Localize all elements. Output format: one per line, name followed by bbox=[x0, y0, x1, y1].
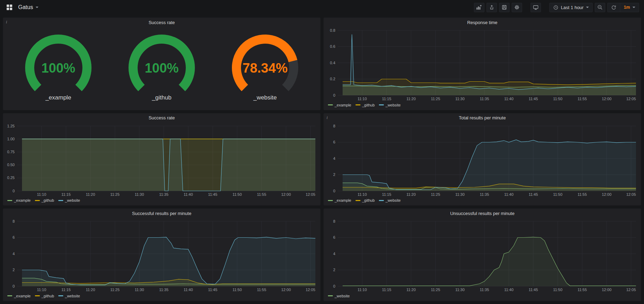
svg-text:11:40: 11:40 bbox=[504, 192, 514, 197]
legend-item-_website[interactable]: _website bbox=[58, 294, 80, 298]
panel-header-response-time[interactable]: Response time bbox=[324, 18, 641, 27]
share-button[interactable] bbox=[486, 3, 497, 12]
svg-text:11:45: 11:45 bbox=[208, 288, 218, 292]
panel-header-successful-results[interactable]: Successful results per minute bbox=[3, 209, 320, 218]
gauge-value-text: 100% bbox=[145, 61, 178, 75]
svg-text:11:10: 11:10 bbox=[358, 288, 367, 292]
legend-color-icon bbox=[7, 295, 12, 296]
legend-item-_github[interactable]: _github bbox=[356, 198, 375, 202]
svg-text:0: 0 bbox=[333, 93, 335, 97]
panel-header-success-rate-ts[interactable]: Success rate bbox=[3, 113, 320, 123]
share-icon bbox=[489, 5, 495, 10]
add-panel-button[interactable] bbox=[474, 3, 484, 12]
legend-item-_website[interactable]: _website bbox=[328, 294, 350, 298]
panel-title: Successful results per minute bbox=[132, 211, 191, 216]
refresh-group: 1m bbox=[607, 3, 639, 12]
panel-success-rate-timeseries: Success rate 00.250.500.751.001.2511:101… bbox=[3, 113, 321, 206]
panel-title: Success rate bbox=[148, 20, 175, 25]
legend-item-_github[interactable]: _github bbox=[35, 198, 54, 202]
svg-text:11:25: 11:25 bbox=[110, 288, 120, 292]
legend-color-icon bbox=[356, 104, 360, 105]
time-range-picker[interactable]: Last 1 hour bbox=[549, 3, 593, 12]
svg-text:0.2: 0.2 bbox=[330, 77, 335, 81]
svg-text:11:55: 11:55 bbox=[578, 192, 587, 197]
svg-text:11:25: 11:25 bbox=[431, 192, 440, 197]
refresh-interval-dropdown[interactable]: 1m bbox=[620, 3, 639, 12]
panel-header-unsuccessful-results[interactable]: Unsuccessful results per minute bbox=[324, 209, 641, 218]
tv-mode-button[interactable] bbox=[530, 3, 541, 12]
svg-text:0: 0 bbox=[333, 188, 335, 193]
svg-text:8: 8 bbox=[13, 219, 15, 223]
legend-item-_website[interactable]: _website bbox=[379, 198, 401, 202]
legend-item-_website[interactable]: _website bbox=[379, 103, 401, 107]
legend-series-name: _example bbox=[335, 198, 351, 202]
refresh-button[interactable] bbox=[607, 3, 620, 12]
apps-grid-icon[interactable] bbox=[5, 3, 14, 12]
svg-text:11:45: 11:45 bbox=[529, 288, 538, 292]
save-button[interactable] bbox=[499, 3, 510, 12]
legend-series-name: _example bbox=[14, 294, 31, 298]
gauge-value-text: 100% bbox=[41, 61, 75, 75]
svg-text:11:35: 11:35 bbox=[159, 288, 169, 292]
successful-results-chart[interactable]: 0246811:1011:1511:2011:2511:3011:3511:40… bbox=[3, 218, 320, 293]
gauge-_website: 78.34%_website bbox=[218, 34, 312, 101]
legend-item-_website[interactable]: _website bbox=[58, 198, 80, 202]
svg-text:11:40: 11:40 bbox=[504, 288, 514, 292]
add-panel-icon bbox=[476, 5, 482, 10]
chevron-down-icon bbox=[632, 7, 635, 8]
svg-text:11:15: 11:15 bbox=[61, 288, 71, 292]
success-rate-gauges[interactable]: 100%_example100%_github78.34%_website bbox=[3, 27, 320, 110]
legend-item-_example[interactable]: _example bbox=[328, 198, 351, 202]
svg-text:0.8: 0.8 bbox=[330, 28, 335, 32]
svg-text:12:00: 12:00 bbox=[602, 288, 612, 292]
gauge-label: _github bbox=[152, 94, 171, 101]
time-range-label: Last 1 hour bbox=[561, 5, 584, 10]
refresh-icon bbox=[611, 5, 616, 10]
success-rate-chart[interactable]: 00.250.500.751.001.2511:1011:1511:2011:2… bbox=[3, 123, 320, 198]
legend-item-_example[interactable]: _example bbox=[7, 294, 31, 298]
panel-header-success-rate[interactable]: Success rate bbox=[3, 18, 320, 27]
unsuccessful-results-chart[interactable]: 0246811:1011:1511:2011:2511:3011:3511:40… bbox=[324, 218, 641, 293]
panel-header-total-results[interactable]: Total results per minute bbox=[324, 113, 641, 123]
panel-success-rate-gauges: i Success rate 100%_example100%_github78… bbox=[3, 17, 321, 110]
total-results-chart[interactable]: 0246811:1011:1511:2011:2511:3011:3511:40… bbox=[324, 123, 641, 198]
svg-text:11:30: 11:30 bbox=[455, 288, 465, 292]
svg-text:11:55: 11:55 bbox=[257, 288, 266, 292]
svg-text:11:10: 11:10 bbox=[37, 192, 46, 197]
svg-text:11:30: 11:30 bbox=[135, 288, 144, 292]
settings-button[interactable] bbox=[512, 3, 522, 12]
svg-text:0: 0 bbox=[333, 284, 335, 288]
chart-svg: 0246811:1011:1511:2011:2511:3011:3511:40… bbox=[3, 218, 320, 293]
dashboard-title-dropdown[interactable]: Gatus bbox=[18, 4, 38, 10]
panel-total-results: i Total results per minute 0246811:1011:… bbox=[323, 113, 641, 206]
panel-info-icon[interactable]: i bbox=[6, 20, 7, 25]
legend-color-icon bbox=[379, 200, 384, 201]
legend-item-_github[interactable]: _github bbox=[356, 103, 375, 107]
svg-text:4: 4 bbox=[333, 252, 335, 256]
chevron-down-icon bbox=[36, 7, 38, 8]
legend-item-_example[interactable]: _example bbox=[328, 103, 351, 107]
legend: _website bbox=[324, 293, 641, 301]
zoom-out-button[interactable] bbox=[595, 3, 605, 12]
svg-text:11:30: 11:30 bbox=[135, 192, 144, 197]
response-time-chart[interactable]: 00.20.40.60.811:1011:1511:2011:2511:3011… bbox=[324, 27, 641, 102]
svg-text:12:05: 12:05 bbox=[626, 192, 636, 197]
svg-text:6: 6 bbox=[13, 235, 15, 239]
legend: _example_github_website bbox=[3, 198, 320, 205]
svg-text:0.75: 0.75 bbox=[7, 150, 15, 154]
svg-text:11:20: 11:20 bbox=[407, 97, 416, 101]
panel-info-icon[interactable]: i bbox=[327, 115, 328, 120]
legend-item-_example[interactable]: _example bbox=[7, 198, 31, 202]
legend-series-name: _website bbox=[386, 198, 401, 202]
legend-item-_github[interactable]: _github bbox=[35, 294, 54, 298]
panel-title: Response time bbox=[467, 20, 498, 25]
svg-text:11:45: 11:45 bbox=[208, 192, 218, 197]
legend-series-name: _example bbox=[14, 198, 31, 202]
gauge-_github: 100%_github bbox=[115, 34, 209, 101]
legend-color-icon bbox=[379, 104, 384, 105]
chart-svg: 00.20.40.60.811:1011:1511:2011:2511:3011… bbox=[324, 27, 641, 102]
svg-text:1.25: 1.25 bbox=[7, 124, 15, 128]
svg-text:11:35: 11:35 bbox=[480, 97, 489, 101]
svg-text:4: 4 bbox=[333, 156, 335, 160]
svg-text:8: 8 bbox=[333, 124, 335, 128]
